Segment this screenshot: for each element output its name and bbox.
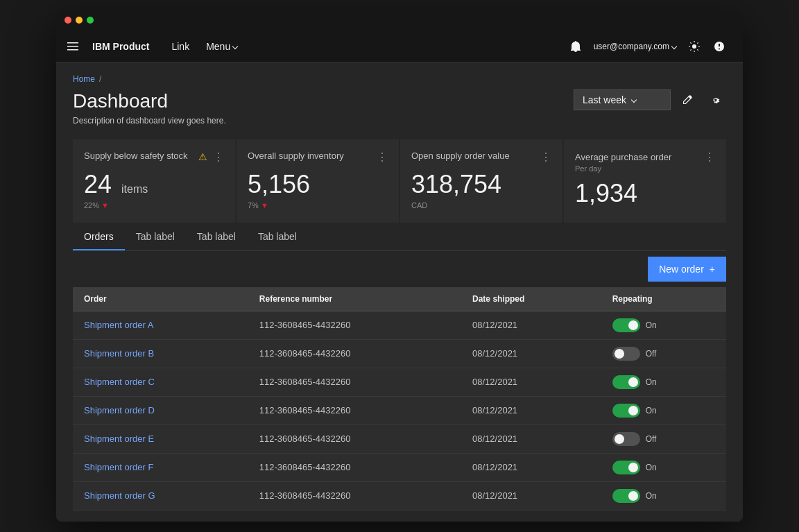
- breadcrumb-home[interactable]: Home: [73, 74, 95, 84]
- table-row: Shipment order A112-3608465-443226008/12…: [73, 311, 726, 339]
- orders-table: Order Reference number Date shipped Repe…: [73, 287, 726, 510]
- kpi-card-order-value: Open supply order value ⋮ 318,754 CAD: [400, 139, 562, 223]
- overflow-menu-icon[interactable]: ⋮: [213, 151, 224, 164]
- chevron-down-icon: [232, 43, 238, 49]
- overflow-menu-icon[interactable]: ⋮: [377, 151, 388, 164]
- overflow-menu-icon[interactable]: ⋮: [704, 151, 715, 164]
- page-title-group: Dashboard Description of dashboard view …: [73, 89, 226, 126]
- table-row: Shipment order D112-3608465-443226008/12…: [73, 396, 726, 424]
- kpi-title: Average purchase order: [575, 152, 671, 162]
- reference-number: 112-3608465-4432260: [248, 396, 461, 424]
- order-link[interactable]: Shipment order D: [73, 396, 248, 424]
- header-actions: Last week: [574, 89, 726, 110]
- kpi-card-supply-inventory: Overall supply inventory ⋮ 5,156 7% ▼: [237, 139, 399, 223]
- top-nav: IBM Product Link Menu user@company.com: [56, 30, 743, 63]
- svg-rect-2: [67, 49, 78, 51]
- kpi-icons: ⋮: [377, 151, 388, 164]
- kpi-icons: ⋮: [540, 151, 551, 164]
- maximize-dot[interactable]: [87, 17, 94, 24]
- help-icon[interactable]: [707, 30, 732, 63]
- app-window: IBM Product Link Menu user@company.com: [56, 10, 743, 522]
- reference-number: 112-3608465-4432260: [248, 339, 461, 368]
- tab-label-2[interactable]: Tab label: [186, 224, 247, 250]
- kpi-subtitle: Per day: [575, 164, 671, 173]
- date-shipped: 08/12/2021: [461, 339, 601, 368]
- repeating-toggle[interactable]: [612, 461, 640, 474]
- breadcrumb: Home /: [73, 74, 726, 84]
- nav-link[interactable]: Link: [160, 30, 200, 63]
- tabs-section: Orders Tab label Tab label Tab label New…: [73, 224, 726, 510]
- svg-rect-1: [67, 46, 78, 47]
- tab-label-1[interactable]: Tab label: [125, 224, 186, 250]
- date-shipped: 08/12/2021: [461, 368, 601, 396]
- reference-number: 112-3608465-4432260: [248, 453, 461, 481]
- plus-icon: +: [710, 264, 715, 275]
- table-toolbar: New order +: [73, 251, 726, 287]
- minimize-dot[interactable]: [76, 17, 83, 24]
- edit-button[interactable]: [676, 90, 698, 110]
- order-link[interactable]: Shipment order G: [73, 481, 248, 510]
- reference-number: 112-3608465-4432260: [248, 311, 461, 339]
- repeating-label: On: [646, 463, 657, 472]
- order-link[interactable]: Shipment order C: [73, 368, 248, 396]
- kpi-icons: ⚠ ⋮: [198, 151, 224, 164]
- overflow-menu-icon[interactable]: ⋮: [540, 151, 551, 164]
- order-link[interactable]: Shipment order A: [73, 311, 248, 339]
- reference-number: 112-3608465-4432260: [248, 368, 461, 396]
- title-bar: [56, 10, 743, 30]
- kpi-cards-row: Supply below safety stock ⚠ ⋮ 24 items 2…: [73, 139, 726, 223]
- kpi-card-avg-purchase: Average purchase order Per day ⋮ 1,934: [564, 139, 726, 223]
- order-link[interactable]: Shipment order F: [73, 453, 248, 481]
- order-link[interactable]: Shipment order E: [73, 424, 248, 453]
- kpi-title: Supply below safety stock: [84, 151, 198, 161]
- kpi-currency: CAD: [411, 201, 551, 209]
- dropdown-chevron-icon: [631, 97, 637, 103]
- repeating-toggle[interactable]: [612, 375, 640, 389]
- repeating-toggle[interactable]: [612, 489, 640, 503]
- table-body: Shipment order A112-3608465-443226008/12…: [73, 311, 726, 510]
- table-row: Shipment order C112-3608465-443226008/12…: [73, 368, 726, 396]
- kpi-value: 5,156: [248, 172, 388, 197]
- page-title: Dashboard: [73, 89, 226, 113]
- kpi-trend: 7% ▼: [248, 201, 388, 209]
- user-account[interactable]: user@company.com: [588, 30, 682, 63]
- kpi-value: 24 items: [84, 172, 224, 197]
- settings-button[interactable]: [704, 90, 726, 110]
- tab-label-3[interactable]: Tab label: [247, 224, 308, 250]
- repeating-label: On: [646, 320, 657, 330]
- reference-number: 112-3608465-4432260: [248, 424, 461, 453]
- date-shipped: 08/12/2021: [461, 453, 601, 481]
- nav-menu[interactable]: Menu: [200, 30, 243, 63]
- trend-down-icon: ▼: [101, 201, 109, 209]
- user-chevron-icon: [671, 43, 677, 49]
- repeating-label: On: [646, 377, 657, 387]
- svg-rect-0: [67, 42, 78, 44]
- date-range-dropdown[interactable]: Last week: [574, 89, 671, 110]
- table-row: Shipment order F112-3608465-443226008/12…: [73, 453, 726, 481]
- tab-orders[interactable]: Orders: [73, 224, 125, 250]
- repeating-cell: Off: [601, 339, 726, 368]
- kpi-card-header: Supply below safety stock ⚠ ⋮: [84, 151, 224, 164]
- brightness-icon[interactable]: [682, 30, 707, 63]
- repeating-toggle[interactable]: [612, 318, 640, 332]
- close-dot[interactable]: [65, 17, 71, 24]
- repeating-label: Off: [646, 349, 657, 359]
- kpi-value: 318,754: [411, 172, 551, 197]
- date-shipped: 08/12/2021: [461, 396, 601, 424]
- table-row: Shipment order B112-3608465-443226008/12…: [73, 339, 726, 368]
- repeating-cell: On: [601, 453, 726, 481]
- repeating-toggle[interactable]: [612, 347, 640, 361]
- repeating-cell: On: [601, 311, 726, 339]
- bell-icon[interactable]: [563, 30, 588, 63]
- column-header-order: Order: [73, 287, 248, 311]
- new-order-button[interactable]: New order +: [648, 257, 726, 282]
- reference-number: 112-3608465-4432260: [248, 481, 461, 510]
- repeating-toggle[interactable]: [612, 404, 640, 418]
- svg-point-3: [692, 44, 696, 49]
- hamburger-menu-icon[interactable]: [67, 41, 87, 52]
- table-header: Order Reference number Date shipped Repe…: [73, 287, 726, 311]
- page-header: Dashboard Description of dashboard view …: [73, 89, 726, 126]
- order-link[interactable]: Shipment order B: [73, 339, 248, 368]
- repeating-toggle[interactable]: [612, 432, 640, 446]
- kpi-icons: ⋮: [704, 151, 715, 164]
